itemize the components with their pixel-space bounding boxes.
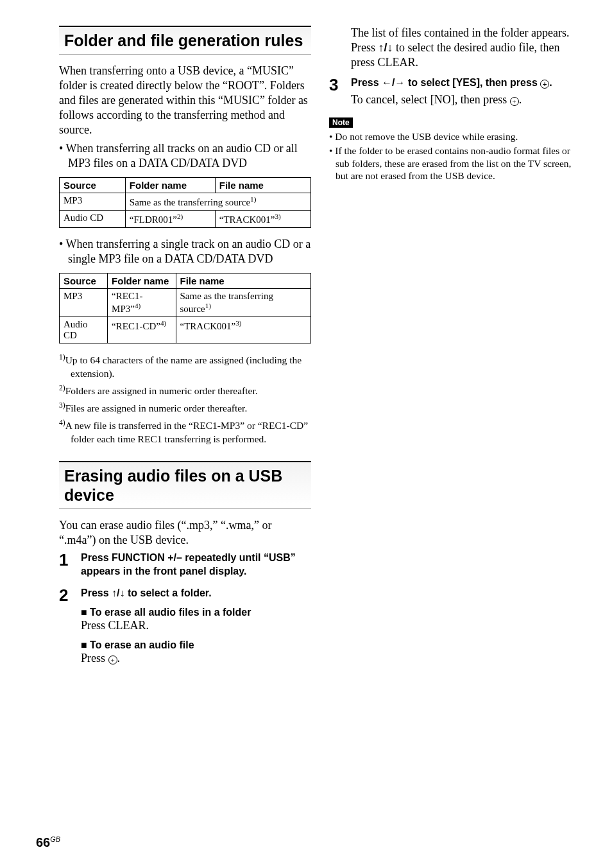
step2-continuation-1: The list of files contained in the folde… xyxy=(351,26,581,40)
footnote: 4)A new file is transferred in the “REC1… xyxy=(59,418,311,445)
cell-folder: “REC1-MP3”4) xyxy=(108,289,176,317)
enter-button-icon: + xyxy=(540,80,549,89)
note-label: Note xyxy=(329,117,353,128)
step-number: 2 xyxy=(59,587,72,666)
step-instruction: Press ↑/↓ to select a folder. xyxy=(81,587,311,600)
table-all-tracks: Source Folder name File name MP3 Same as… xyxy=(59,177,311,228)
bullet-single-track: When transferring a single track on an a… xyxy=(59,237,311,266)
section-title-folder-rules: Folder and file generation rules xyxy=(59,26,311,55)
up-down-arrows-icon: ↑/↓ xyxy=(112,587,124,598)
section-title-erasing: Erasing audio files on a USB device xyxy=(59,461,311,509)
cell-source: Audio CD xyxy=(60,211,126,228)
footnote: 3)Files are assigned in numeric order th… xyxy=(59,401,311,415)
th-source: Source xyxy=(60,273,108,289)
cell-source: MP3 xyxy=(60,289,108,317)
cell-source: MP3 xyxy=(60,193,126,211)
enter-button-icon: + xyxy=(510,97,519,106)
erase-intro: You can erase audio files (“.mp3,” “.wma… xyxy=(59,518,311,548)
sub-text: Press CLEAR. xyxy=(81,618,311,633)
table-row: MP3 Same as the transferring source1) xyxy=(60,193,311,211)
step-3: 3 Press ←/→ to select [YES], then press … xyxy=(329,76,581,107)
sub-text: Press +. xyxy=(81,651,311,666)
step-instruction: Press FUNCTION +/– repeatedly until “USB… xyxy=(81,551,311,578)
cell-source: Audio CD xyxy=(60,317,108,343)
enter-button-icon: + xyxy=(108,655,117,664)
th-source: Source xyxy=(60,178,126,193)
step-instruction: Press ←/→ to select [YES], then press +. xyxy=(351,76,581,90)
step-text: To cancel, select [NO], then press +. xyxy=(351,92,581,107)
footnote: 1)Up to 64 characters of the name are as… xyxy=(59,352,311,379)
note-item: Do not remove the USB device while erasi… xyxy=(329,130,581,143)
cell-folder: “FLDR001”2) xyxy=(125,211,215,228)
cell-file: “TRACK001”3) xyxy=(176,317,310,343)
page-number: 66GB xyxy=(36,835,60,850)
bullet-all-tracks: When transferring all tracks on an audio… xyxy=(59,141,311,171)
cell-folder: “REC1-CD”4) xyxy=(108,317,176,343)
th-folder: Folder name xyxy=(125,178,215,193)
step-number: 3 xyxy=(329,76,342,107)
step-2: 2 Press ↑/↓ to select a folder. To erase… xyxy=(59,587,311,666)
intro-paragraph: When transferring onto a USB device, a “… xyxy=(59,64,311,137)
table-row: MP3 “REC1-MP3”4) Same as the transferrin… xyxy=(60,289,311,317)
note-item: If the folder to be erased contains non-… xyxy=(329,144,581,182)
note-list: Do not remove the USB device while erasi… xyxy=(329,130,581,182)
table-single-track: Source Folder name File name MP3 “REC1-M… xyxy=(59,273,311,343)
sub-heading-erase-all: To erase all audio files in a folder xyxy=(81,607,311,618)
table-row: Audio CD “REC1-CD”4) “TRACK001”3) xyxy=(60,317,311,343)
footnote: 2)Folders are assigned in numeric order … xyxy=(59,383,311,397)
step-number: 1 xyxy=(59,551,72,581)
cell-file: “TRACK001”3) xyxy=(215,211,310,228)
up-down-arrows-icon: ↑/↓ xyxy=(378,41,393,54)
th-file: File name xyxy=(176,273,310,289)
cell-merged: Same as the transferring source1) xyxy=(125,193,310,211)
step2-continuation-2: Press ↑/↓ to select the desired audio fi… xyxy=(351,40,581,70)
step-1: 1 Press FUNCTION +/– repeatedly until “U… xyxy=(59,551,311,581)
left-right-arrows-icon: ←/→ xyxy=(382,77,405,88)
th-folder: Folder name xyxy=(108,273,176,289)
table-row: Audio CD “FLDR001”2) “TRACK001”3) xyxy=(60,211,311,228)
footnotes: 1)Up to 64 characters of the name are as… xyxy=(59,352,311,445)
th-file: File name xyxy=(215,178,310,193)
sub-heading-erase-one: To erase an audio file xyxy=(81,639,311,651)
cell-file: Same as the transferring source1) xyxy=(176,289,310,317)
